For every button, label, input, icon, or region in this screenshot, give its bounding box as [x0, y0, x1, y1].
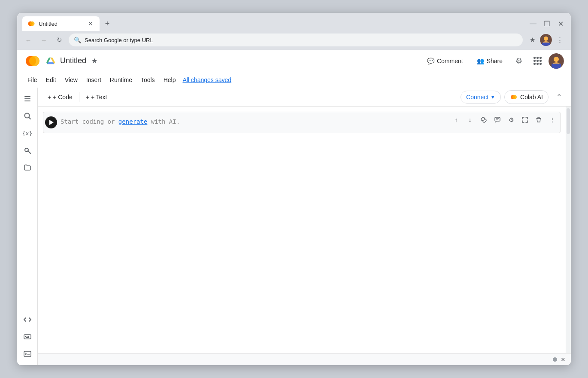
browser-chrome: Untitled ✕ + — ❐ ✕ ← → ↻ 🔍 ★ — [17, 13, 571, 50]
sidebar-toc-button[interactable] — [20, 91, 35, 107]
sidebar-terminal-button[interactable] — [20, 346, 35, 362]
add-code-icon: + — [48, 94, 51, 101]
tab-favicon-icon — [27, 20, 35, 27]
doc-title[interactable]: Untitled — [60, 56, 86, 65]
sidebar-files-button[interactable] — [20, 160, 35, 175]
cell-delete-button[interactable] — [533, 114, 545, 126]
new-tab-button[interactable]: + — [101, 18, 113, 30]
address-bar[interactable]: 🔍 — [69, 34, 523, 46]
search-icon — [24, 112, 31, 120]
bookmark-button[interactable]: ★ — [526, 34, 538, 46]
cell-settings-button[interactable]: ⚙ — [505, 114, 517, 126]
browser-tab-active[interactable]: Untitled ✕ — [22, 16, 100, 31]
add-code-button[interactable]: + + Code — [43, 91, 77, 103]
comment-icon: 💬 — [427, 58, 434, 64]
settings-button[interactable]: ⚙ — [511, 53, 527, 69]
menu-view[interactable]: View — [61, 75, 81, 85]
cell-generate-link[interactable]: generate — [118, 118, 147, 125]
play-icon — [49, 120, 54, 125]
sidebar-secrets-button[interactable] — [20, 143, 35, 158]
toolbar-divider — [79, 92, 79, 102]
connect-chevron-icon: ▼ — [490, 94, 495, 100]
search-icon: 🔍 — [74, 37, 81, 43]
collapse-toolbar-button[interactable]: ⌃ — [552, 90, 566, 104]
sidebar-command-palette-button[interactable] — [20, 329, 35, 344]
reload-button[interactable]: ↻ — [53, 34, 65, 46]
address-input[interactable] — [85, 37, 518, 43]
cell-comment-button[interactable] — [491, 114, 503, 126]
right-scrollbar[interactable] — [566, 107, 571, 353]
svg-rect-26 — [27, 336, 27, 337]
code-cell-container: ↑ ↓ — [43, 112, 561, 133]
colab-ai-label: Colab AI — [520, 94, 543, 101]
add-text-label: + Text — [91, 94, 107, 101]
save-status[interactable]: All changes saved — [182, 76, 231, 83]
cell-expand-button[interactable] — [519, 114, 531, 126]
sidebar-search-button[interactable] — [20, 108, 35, 124]
chrome-menu-button[interactable]: ⋮ — [554, 34, 566, 46]
status-close-button[interactable]: ✕ — [561, 356, 566, 363]
svg-rect-5 — [542, 43, 550, 46]
cell-link-button[interactable] — [478, 114, 490, 126]
header-actions: 💬 Comment 👥 Share ⚙ — [422, 53, 564, 69]
svg-point-7 — [29, 56, 39, 66]
svg-rect-17 — [24, 98, 30, 99]
star-button[interactable]: ★ — [91, 57, 97, 65]
share-button[interactable]: 👥 Share — [472, 55, 508, 67]
colab-logo-icon — [24, 52, 41, 70]
key-icon — [24, 146, 31, 154]
editor-area: + + Code + + Text Connect ▼ — [38, 88, 571, 365]
variables-icon: {x} — [22, 130, 32, 137]
menu-help[interactable]: Help — [160, 75, 179, 85]
svg-rect-33 — [495, 117, 500, 121]
browser-window: Untitled ✕ + — ❐ ✕ ← → ↻ 🔍 ★ — [17, 13, 571, 365]
tab-bar: Untitled ✕ + — ❐ ✕ — [17, 13, 571, 31]
window-controls: — ❐ ✕ — [528, 18, 566, 29]
svg-point-32 — [512, 95, 517, 99]
tab-close-button[interactable]: ✕ — [87, 20, 94, 27]
svg-rect-28 — [26, 337, 29, 338]
menu-file[interactable]: File — [24, 75, 41, 85]
close-button[interactable]: ✕ — [555, 18, 566, 29]
cell-placeholder-end: with AI. — [147, 118, 180, 125]
menu-edit[interactable]: Edit — [42, 75, 60, 85]
sidebar-code-snippets-button[interactable] — [20, 312, 35, 327]
svg-rect-18 — [24, 101, 30, 101]
bottom-status-bar: ✕ — [38, 353, 571, 365]
menu-insert[interactable]: Insert — [83, 75, 105, 85]
menu-tools[interactable]: Tools — [137, 75, 158, 85]
content-area: {x} — [17, 88, 571, 365]
connect-button[interactable]: Connect ▼ — [461, 91, 501, 104]
minimize-button[interactable]: — — [528, 18, 538, 29]
add-code-label: + Code — [53, 94, 73, 101]
svg-rect-16 — [24, 96, 30, 97]
comment-icon — [494, 117, 500, 123]
tab-title: Untitled — [39, 21, 83, 27]
svg-rect-25 — [25, 336, 26, 337]
profile-avatar[interactable] — [549, 53, 564, 69]
move-cell-down-button[interactable]: ↓ — [464, 114, 476, 126]
code-cell[interactable]: ↑ ↓ — [43, 112, 561, 133]
folder-icon — [24, 164, 31, 171]
back-button[interactable]: ← — [22, 34, 34, 46]
run-cell-button[interactable] — [45, 116, 57, 128]
google-apps-button[interactable] — [530, 53, 545, 68]
maximize-button[interactable]: ❐ — [542, 18, 552, 29]
cell-placeholder-start: Start coding or — [61, 118, 118, 125]
move-cell-up-button[interactable]: ↑ — [450, 114, 462, 126]
svg-rect-15 — [552, 64, 561, 69]
add-text-button[interactable]: + + Text — [81, 91, 112, 103]
colab-ai-button[interactable]: Colab AI — [504, 90, 549, 104]
svg-rect-29 — [24, 351, 31, 357]
colab-ai-icon — [510, 93, 518, 101]
svg-marker-11 — [47, 62, 54, 64]
profile-avatar-small[interactable] — [540, 34, 552, 46]
app-area: Untitled ★ 💬 Comment 👥 Share ⚙ — [17, 50, 571, 365]
forward-button[interactable]: → — [38, 34, 50, 46]
share-icon: 👥 — [477, 58, 484, 64]
comment-button[interactable]: 💬 Comment — [422, 55, 468, 67]
menu-runtime[interactable]: Runtime — [106, 75, 136, 85]
connect-label: Connect — [466, 94, 488, 101]
cell-more-button[interactable]: ⋮ — [546, 114, 558, 126]
sidebar-variables-button[interactable]: {x} — [20, 125, 35, 141]
